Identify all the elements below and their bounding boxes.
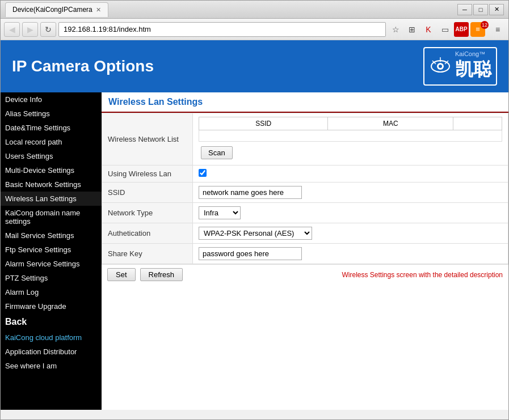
- share-key-input[interactable]: [199, 247, 302, 260]
- sidebar: Device Info Alias Settings Date&Time Set…: [1, 92, 102, 410]
- sidebar-item-users[interactable]: Users Settings: [1, 149, 102, 163]
- ssid-column-header: SSID: [199, 117, 328, 130]
- maximize-button[interactable]: □: [473, 4, 488, 15]
- refresh-button[interactable]: Refresh: [140, 268, 183, 281]
- sidebar-item-multi-device[interactable]: Multi-Device Settings: [1, 163, 102, 177]
- sidebar-item-mail-service[interactable]: Mail Service Settings: [1, 228, 102, 243]
- page-title: IP Camera Options: [12, 57, 154, 75]
- sidebar-item-basic-network[interactable]: Basic Network Settings: [1, 177, 102, 192]
- settings-table: Wireless Network List SSID MAC: [102, 113, 508, 264]
- close-button[interactable]: ✕: [489, 4, 504, 15]
- sidebar-item-alarm-log[interactable]: Alarm Log: [1, 285, 102, 299]
- logo-eye-icon: [429, 55, 452, 78]
- using-wireless-lan-checkbox[interactable]: [199, 169, 207, 177]
- sidebar-item-see-where[interactable]: See where I am: [1, 359, 102, 373]
- network-type-label: Network Type: [102, 203, 193, 223]
- sidebar-item-device-info[interactable]: Device Info: [1, 92, 102, 107]
- ssid-cell: [193, 183, 508, 203]
- svg-point-2: [439, 65, 442, 68]
- section-title: Wireless Lan Settings: [102, 92, 508, 113]
- wireless-network-list-cell: SSID MAC: [193, 113, 508, 166]
- sidebar-item-app-distributor[interactable]: Application Distributor: [1, 345, 102, 359]
- using-wireless-lan-cell: [193, 166, 508, 183]
- share-key-cell: [193, 244, 508, 264]
- ssid-input[interactable]: [199, 186, 302, 199]
- auth-select[interactable]: WPA2-PSK Personal (AES) WPA-PSK WEP None: [199, 227, 312, 240]
- scan-button[interactable]: Scan: [201, 146, 233, 159]
- auth-cell: WPA2-PSK Personal (AES) WPA-PSK WEP None: [193, 223, 508, 244]
- toolbar-icons: ☆ ⊞ K ▭ ABP ≡ 12 ≡: [388, 22, 505, 37]
- set-button[interactable]: Set: [107, 268, 136, 281]
- address-bar[interactable]: [58, 22, 386, 37]
- bottom-action-bar: Set Refresh Wireless Settings screen wit…: [102, 264, 508, 285]
- empty-column-header: [453, 117, 502, 130]
- sidebar-item-cloud[interactable]: KaiCong cloud platform: [1, 330, 102, 345]
- extension-icon[interactable]: K: [421, 22, 436, 37]
- sidebar-item-datetime[interactable]: Date&Time Settings: [1, 121, 102, 135]
- sidebar-item-back[interactable]: Back: [1, 313, 102, 330]
- wireless-network-list-label: Wireless Network List: [102, 113, 193, 166]
- main-settings-panel: Wireless Lan Settings Wireless Network L…: [102, 92, 508, 410]
- wireless-network-list-row: Wireless Network List SSID MAC: [102, 113, 508, 166]
- sidebar-item-kaicong-domain[interactable]: KaiCong domain name settings: [1, 206, 102, 228]
- logo-en: KaiCong™: [455, 50, 491, 57]
- window-controls: ─ □ ✕: [457, 4, 504, 15]
- ssid-row: SSID: [102, 183, 508, 203]
- sidebar-item-ptz[interactable]: PTZ Settings: [1, 271, 102, 285]
- tab-close-icon[interactable]: ✕: [96, 6, 101, 14]
- browser-tab[interactable]: Device(KaiCongIPCamera ✕: [5, 2, 108, 17]
- sidebar-item-wireless-lan[interactable]: Wireless Lan Settings: [1, 192, 102, 206]
- share-key-label: Share Key: [102, 244, 193, 264]
- sidebar-item-alias[interactable]: Alias Settings: [1, 107, 102, 121]
- hint-text: Wireless Settings screen with the detail…: [342, 271, 503, 279]
- sidebar-item-alarm-service[interactable]: Alarm Service Settings: [1, 257, 102, 271]
- grid-icon[interactable]: ⊞: [405, 22, 419, 37]
- network-list-table: SSID MAC: [199, 117, 502, 142]
- back-button[interactable]: ◀: [4, 22, 20, 37]
- abp-icon[interactable]: ABP: [454, 22, 469, 37]
- tab-title: Device(KaiCongIPCamera: [12, 6, 92, 14]
- auth-label: Authetication: [102, 223, 193, 244]
- page-body: Device Info Alias Settings Date&Time Set…: [1, 92, 508, 410]
- title-bar: Device(KaiCongIPCamera ✕ ─ □ ✕: [1, 1, 508, 19]
- network-type-select[interactable]: Infra Ad-Hoc: [199, 206, 241, 219]
- cast-icon[interactable]: ▭: [438, 22, 452, 37]
- sidebar-item-local-record[interactable]: Local record path: [1, 135, 102, 149]
- forward-button[interactable]: ▶: [22, 22, 38, 37]
- ssid-label: SSID: [102, 183, 193, 203]
- using-wireless-lan-row: Using Wireless Lan: [102, 166, 508, 183]
- sidebar-item-ftp-service[interactable]: Ftp Service Settings: [1, 243, 102, 257]
- share-key-row: Share Key: [102, 244, 508, 264]
- using-wireless-lan-label: Using Wireless Lan: [102, 166, 193, 183]
- menu-icon[interactable]: ≡: [490, 22, 505, 37]
- star-icon[interactable]: ☆: [388, 22, 403, 37]
- network-type-cell: Infra Ad-Hoc: [193, 203, 508, 223]
- sidebar-item-firmware[interactable]: Firmware Upgrade: [1, 299, 102, 313]
- minimize-button[interactable]: ─: [457, 4, 472, 15]
- notification-badge: 12: [481, 21, 489, 29]
- browser-toolbar: ◀ ▶ ↻ ☆ ⊞ K ▭ ABP ≡ 12 ≡: [1, 19, 508, 40]
- mac-column-header: MAC: [328, 117, 453, 130]
- reload-button[interactable]: ↻: [40, 22, 56, 37]
- network-type-row: Network Type Infra Ad-Hoc: [102, 203, 508, 223]
- auth-row: Authetication WPA2-PSK Personal (AES) WP…: [102, 223, 508, 244]
- logo-cn: 凯聪: [455, 57, 491, 82]
- brand-logo: KaiCong™ 凯聪: [423, 47, 497, 86]
- page-header: IP Camera Options: [1, 40, 508, 92]
